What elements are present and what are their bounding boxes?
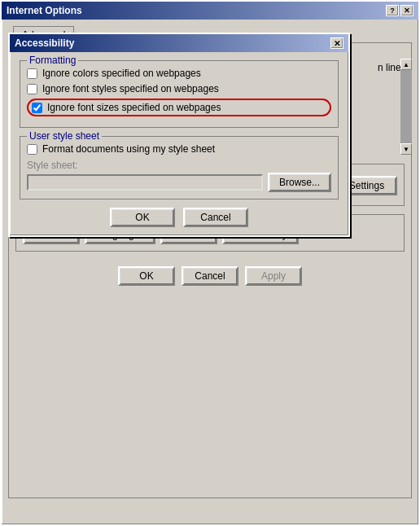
style-sheet-label: Style sheet: xyxy=(27,160,331,171)
format-docs-row: Format documents using my style sheet xyxy=(27,143,331,155)
dialog-overlay: Accessibility ✕ Formatting Ignore colors… xyxy=(2,24,418,526)
outer-window-title: Internet Options xyxy=(7,5,82,16)
dialog-title: Accessibility xyxy=(15,37,74,49)
format-docs-label: Format documents using my style sheet xyxy=(42,143,215,155)
dialog-cancel-button[interactable]: Cancel xyxy=(183,208,248,227)
formatting-title: Formatting xyxy=(27,55,78,66)
ignore-colors-label: Ignore colors specified on webpages xyxy=(42,68,201,79)
formatting-section: Formatting Ignore colors specified on we… xyxy=(20,60,339,128)
outer-window: Internet Options ? ✕ Advanced n line. ▲ … xyxy=(0,0,420,526)
dialog-content: Formatting Ignore colors specified on we… xyxy=(10,52,348,235)
outer-close-button[interactable]: ✕ xyxy=(400,5,413,16)
outer-titlebar: Internet Options ? ✕ xyxy=(2,2,418,20)
ignore-font-styles-label: Ignore font styles specified on webpages xyxy=(42,83,219,94)
dialog-close-button[interactable]: ✕ xyxy=(330,37,343,49)
ignore-font-styles-checkbox[interactable] xyxy=(27,84,37,94)
checkbox-row-3-highlighted: Ignore font sizes specified on webpages xyxy=(27,99,331,116)
ignore-font-sizes-label: Ignore font sizes specified on webpages xyxy=(47,102,221,113)
user-style-title: User style sheet xyxy=(27,130,102,142)
dialog-ok-cancel: OK Cancel xyxy=(20,208,339,227)
help-button[interactable]: ? xyxy=(386,5,399,16)
dialog-titlebar: Accessibility ✕ xyxy=(10,34,348,52)
ignore-font-sizes-checkbox[interactable] xyxy=(32,103,42,113)
browse-button[interactable]: Browse... xyxy=(268,173,331,192)
accessibility-dialog: Accessibility ✕ Formatting Ignore colors… xyxy=(8,33,350,237)
outer-titlebar-buttons: ? ✕ xyxy=(386,5,413,16)
dialog-ok-button[interactable]: OK xyxy=(110,208,175,227)
style-sheet-input[interactable] xyxy=(27,174,263,191)
user-style-section: User style sheet Format documents using … xyxy=(20,136,339,199)
format-docs-checkbox[interactable] xyxy=(27,144,37,155)
checkbox-row-1: Ignore colors specified on webpages xyxy=(27,68,331,79)
ignore-colors-checkbox[interactable] xyxy=(27,68,37,79)
checkbox-row-2: Ignore font styles specified on webpages xyxy=(27,83,331,94)
style-sheet-field-row: Browse... xyxy=(27,173,331,192)
